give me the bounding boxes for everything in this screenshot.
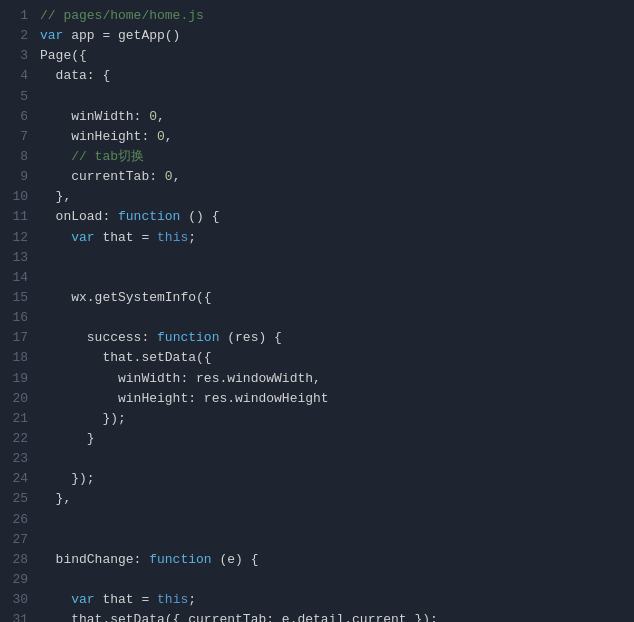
code-line: winHeight: 0, [40, 127, 634, 147]
code-line: }); [40, 409, 634, 429]
line-number: 31 [4, 610, 28, 622]
line-numbers: 1234567891011121314151617181920212223242… [0, 0, 36, 622]
code-line: var that = this; [40, 228, 634, 248]
line-number: 26 [4, 510, 28, 530]
line-number: 17 [4, 328, 28, 348]
code-line: } [40, 429, 634, 449]
line-number: 8 [4, 147, 28, 167]
code-line [40, 268, 634, 288]
line-number: 1 [4, 6, 28, 26]
code-line [40, 87, 634, 107]
code-line: // pages/home/home.js [40, 6, 634, 26]
code-line: winHeight: res.windowHeight [40, 389, 634, 409]
code-line [40, 449, 634, 469]
line-number: 11 [4, 207, 28, 227]
code-line: }); [40, 469, 634, 489]
code-line [40, 510, 634, 530]
code-line: that.setData({ currentTab: e.detail.curr… [40, 610, 634, 622]
code-line: }, [40, 489, 634, 509]
line-number: 9 [4, 167, 28, 187]
line-number: 28 [4, 550, 28, 570]
line-number: 20 [4, 389, 28, 409]
line-number: 13 [4, 248, 28, 268]
line-number: 23 [4, 449, 28, 469]
line-number: 29 [4, 570, 28, 590]
line-number: 15 [4, 288, 28, 308]
code-line: wx.getSystemInfo({ [40, 288, 634, 308]
line-number: 21 [4, 409, 28, 429]
code-line: onLoad: function () { [40, 207, 634, 227]
line-number: 25 [4, 489, 28, 509]
code-line: winWidth: 0, [40, 107, 634, 127]
code-line [40, 530, 634, 550]
code-line: that.setData({ [40, 348, 634, 368]
code-area[interactable]: // pages/home/home.jsvar app = getApp()P… [36, 0, 634, 622]
line-number: 24 [4, 469, 28, 489]
line-number: 6 [4, 107, 28, 127]
line-number: 3 [4, 46, 28, 66]
code-line: success: function (res) { [40, 328, 634, 348]
code-line: winWidth: res.windowWidth, [40, 369, 634, 389]
line-number: 18 [4, 348, 28, 368]
code-editor: 1234567891011121314151617181920212223242… [0, 0, 634, 622]
line-number: 22 [4, 429, 28, 449]
line-number: 7 [4, 127, 28, 147]
line-number: 5 [4, 87, 28, 107]
code-line: }, [40, 187, 634, 207]
line-number: 27 [4, 530, 28, 550]
line-number: 19 [4, 369, 28, 389]
code-line: currentTab: 0, [40, 167, 634, 187]
line-number: 14 [4, 268, 28, 288]
line-number: 2 [4, 26, 28, 46]
code-line: bindChange: function (e) { [40, 550, 634, 570]
code-line: var that = this; [40, 590, 634, 610]
code-line [40, 248, 634, 268]
code-line [40, 570, 634, 590]
line-number: 12 [4, 228, 28, 248]
code-line: Page({ [40, 46, 634, 66]
line-number: 16 [4, 308, 28, 328]
code-line: // tab切换 [40, 147, 634, 167]
code-line: var app = getApp() [40, 26, 634, 46]
line-number: 30 [4, 590, 28, 610]
line-number: 10 [4, 187, 28, 207]
code-line: data: { [40, 66, 634, 86]
code-line [40, 308, 634, 328]
line-number: 4 [4, 66, 28, 86]
